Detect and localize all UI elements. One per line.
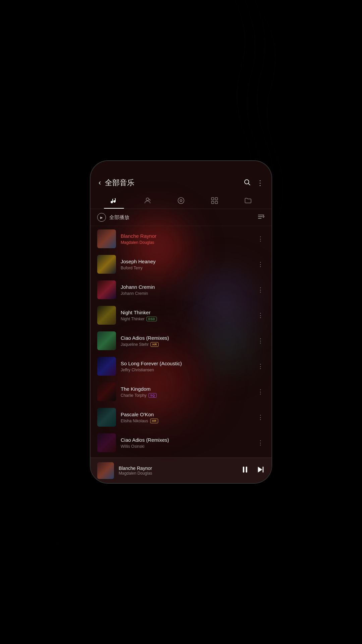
song-info: Blanche Raynor Magdalen Douglas: [121, 233, 251, 245]
song-info: Night Thinker Night Thinker DSD: [121, 310, 251, 321]
svg-rect-7: [212, 201, 214, 204]
song-item[interactable]: Johann Cremin Johann Cremin ⋮: [90, 277, 272, 303]
song-title: The Kingdom: [121, 386, 251, 392]
song-item[interactable]: Night Thinker Night Thinker DSD ⋮: [90, 303, 272, 328]
quality-badge: HR: [150, 342, 159, 347]
header: ‹ 全部音乐 ⋮: [90, 161, 272, 192]
quality-badge: SQ: [148, 393, 157, 398]
song-info: Joseph Heaney Buford Terry: [121, 259, 251, 270]
svg-point-0: [245, 179, 249, 184]
song-subtitle: Jeffry Christiansen: [121, 368, 251, 372]
pause-button[interactable]: [241, 465, 249, 476]
svg-rect-13: [246, 467, 247, 472]
song-more-button[interactable]: ⋮: [256, 285, 265, 295]
song-info: The Kingdom Charlie Torphy SQ: [121, 386, 251, 398]
song-item[interactable]: Pascale O'Kon Elisha Nikolaus HR ⋮: [90, 405, 272, 430]
now-playing-controls: [241, 465, 265, 476]
now-playing-artist: Magdalen Douglas: [119, 471, 236, 476]
svg-line-1: [248, 183, 250, 185]
header-actions: ⋮: [243, 178, 263, 187]
song-artist: Elisha Nikolaus: [121, 419, 148, 423]
song-artist: Charlie Torphy: [121, 393, 146, 398]
now-playing-info: Blanche Raynor Magdalen Douglas: [119, 466, 236, 476]
song-artist: Johann Cremin: [121, 291, 148, 296]
song-art: [97, 306, 116, 325]
song-list: Blanche Raynor Magdalen Douglas ⋮ Joseph…: [90, 226, 272, 483]
song-title: Pascale O'Kon: [121, 412, 251, 417]
song-subtitle: Buford Terry: [121, 266, 251, 270]
song-subtitle: Johann Cremin: [121, 291, 251, 296]
song-more-button[interactable]: ⋮: [256, 438, 265, 448]
song-info: Pascale O'Kon Elisha Nikolaus HR: [121, 412, 251, 423]
now-playing-art: [97, 462, 114, 479]
song-art: [97, 331, 116, 350]
song-more-button[interactable]: ⋮: [256, 310, 265, 320]
now-playing-bar[interactable]: Blanche Raynor Magdalen Douglas: [90, 458, 272, 483]
song-more-button[interactable]: ⋮: [256, 234, 265, 244]
next-button[interactable]: [256, 465, 265, 476]
svg-rect-12: [243, 467, 244, 472]
song-title: Night Thinker: [121, 310, 251, 315]
song-artist: Jeffry Christiansen: [121, 368, 154, 372]
more-menu-icon[interactable]: ⋮: [257, 179, 263, 187]
song-item[interactable]: Joseph Heaney Buford Terry ⋮: [90, 252, 272, 277]
song-art: [97, 280, 116, 299]
tab-artists[interactable]: [131, 193, 164, 209]
song-item[interactable]: So Long Forever (Acoustic) Jeffry Christ…: [90, 354, 272, 379]
search-icon[interactable]: [243, 178, 251, 187]
play-circle-icon: ▶: [97, 213, 106, 222]
song-title: Ciao Adios (Remixes): [121, 335, 251, 341]
song-subtitle: Charlie Torphy SQ: [121, 393, 251, 398]
song-more-button[interactable]: ⋮: [256, 361, 265, 371]
play-all-label: 全部播放: [109, 214, 129, 221]
song-item[interactable]: The Kingdom Charlie Torphy SQ ⋮: [90, 379, 272, 405]
tab-grid[interactable]: [198, 193, 231, 209]
app-content: ‹ 全部音乐 ⋮: [90, 161, 272, 483]
song-art: [97, 433, 116, 452]
svg-point-4: [180, 200, 182, 202]
svg-marker-14: [258, 467, 262, 472]
quality-badge: HR: [150, 419, 158, 423]
svg-rect-5: [212, 198, 214, 200]
song-title: Ciao Adios (Remixes): [121, 437, 251, 443]
song-artist: Willis Osinski: [121, 444, 144, 449]
sort-button[interactable]: [257, 214, 265, 221]
song-art: [97, 357, 116, 376]
song-artist: Jaqueline Stehr: [121, 342, 148, 347]
play-all-bar: ▶ 全部播放: [90, 209, 272, 226]
song-artist: Night Thinker: [121, 317, 144, 321]
page-title: 全部音乐: [105, 178, 239, 188]
song-more-button[interactable]: ⋮: [256, 336, 265, 346]
tab-folder[interactable]: [231, 193, 265, 209]
song-artist: Buford Terry: [121, 266, 142, 270]
song-art: [97, 255, 116, 274]
song-title: Johann Cremin: [121, 284, 251, 290]
svg-point-3: [178, 198, 184, 204]
song-title: So Long Forever (Acoustic): [121, 361, 251, 366]
song-art: [97, 229, 116, 248]
song-subtitle: Night Thinker DSD: [121, 317, 251, 321]
song-item[interactable]: Blanche Raynor Magdalen Douglas ⋮: [90, 226, 272, 252]
song-item[interactable]: Ciao Adios (Remixes) Willis Osinski ⋮: [90, 430, 272, 455]
song-artist: Magdalen Douglas: [121, 240, 154, 245]
play-all-button[interactable]: ▶ 全部播放: [97, 213, 257, 222]
song-info: Ciao Adios (Remixes) Jaqueline Stehr HR: [121, 335, 251, 347]
svg-rect-6: [215, 198, 218, 200]
back-button[interactable]: ‹: [99, 178, 101, 187]
song-subtitle: Magdalen Douglas: [121, 240, 251, 245]
song-subtitle: Jaqueline Stehr HR: [121, 342, 251, 347]
song-art: [97, 408, 116, 427]
phone-shell: ‹ 全部音乐 ⋮: [90, 161, 272, 483]
tab-albums[interactable]: [164, 193, 198, 209]
song-more-button[interactable]: ⋮: [256, 259, 265, 269]
tab-songs[interactable]: [97, 193, 131, 209]
song-title: Blanche Raynor: [121, 233, 251, 239]
song-info: So Long Forever (Acoustic) Jeffry Christ…: [121, 361, 251, 372]
song-subtitle: Willis Osinski: [121, 444, 251, 449]
svg-point-2: [146, 198, 149, 201]
quality-badge: DSD: [146, 317, 157, 321]
song-item[interactable]: Ciao Adios (Remixes) Jaqueline Stehr HR …: [90, 328, 272, 354]
song-more-button[interactable]: ⋮: [256, 412, 265, 422]
song-more-button[interactable]: ⋮: [256, 387, 265, 397]
song-info: Johann Cremin Johann Cremin: [121, 284, 251, 296]
